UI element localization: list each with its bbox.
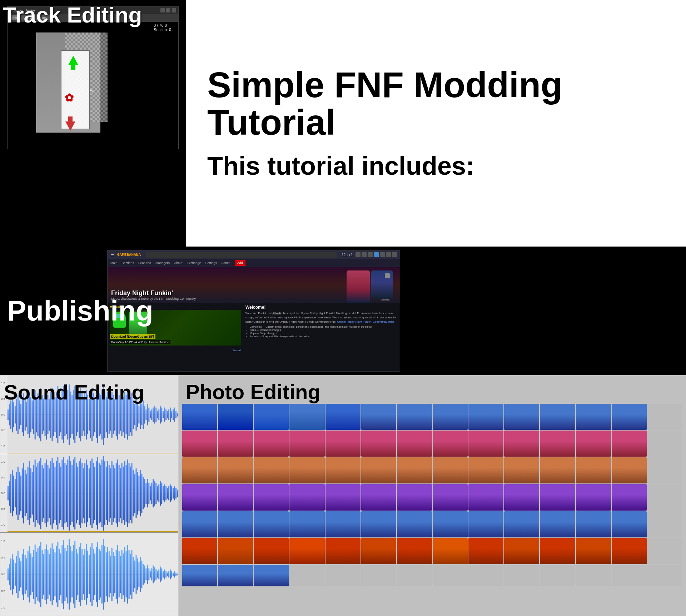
svg-rect-269: [38, 548, 39, 601]
minimize-btn[interactable]: _: [160, 8, 165, 13]
svg-rect-229: [155, 483, 156, 504]
waveform-track-2: 1,0 0,5 0,0 0,5 1,0: [0, 454, 178, 533]
gb-char-gf: [347, 270, 370, 303]
svg-rect-341: [140, 557, 141, 592]
waveform-bg-2: 1,0 0,5 0,0 0,5 1,0: [0, 454, 178, 532]
track-editing-panel: friday night funkin' _ □ × Info Outline …: [0, 0, 186, 247]
svg-rect-175: [79, 461, 80, 525]
gb-nav-featured-link[interactable]: Featured: [138, 261, 151, 265]
svg-rect-163: [61, 459, 63, 527]
gb-games-label: Games: [381, 298, 390, 301]
svg-rect-347: [148, 568, 149, 581]
svg-rect-102: [150, 411, 151, 418]
svg-rect-273: [43, 554, 44, 595]
svg-rect-335: [131, 550, 133, 599]
gb-nav-managers-link[interactable]: Managers: [155, 261, 170, 265]
gb-nav-main-link[interactable]: Main: [110, 261, 118, 265]
svg-rect-131: [16, 472, 17, 515]
publishing-label: Publishing: [7, 294, 153, 327]
svg-rect-214: [134, 474, 135, 513]
svg-rect-140: [29, 461, 30, 525]
gb-see-all[interactable]: See all: [233, 349, 241, 352]
gb-nav-admin-link[interactable]: Admin: [221, 261, 230, 265]
svg-rect-224: [148, 483, 149, 504]
gb-nav-exchange-link[interactable]: Exchange: [187, 261, 201, 265]
svg-rect-324: [116, 550, 117, 599]
sprite-dad-7: [397, 457, 432, 483]
tutorial-subtitle: This tutorial includes:: [207, 152, 665, 180]
svg-rect-235: [164, 485, 165, 502]
gb-nav-settings-link[interactable]: Settings: [205, 261, 217, 265]
bottom-section: 1,0 0,5 0,0 0,5 1,0: [0, 375, 686, 616]
svg-rect-104: [153, 408, 154, 422]
browser-btn-3[interactable]: [368, 252, 373, 257]
svg-rect-268: [36, 552, 37, 597]
svg-rect-137: [25, 470, 26, 516]
svg-rect-251: [12, 554, 13, 595]
browser-buttons: [356, 252, 397, 257]
sprite-row5-10: [504, 511, 539, 537]
svg-rect-230: [157, 486, 158, 501]
maximize-btn[interactable]: □: [166, 8, 170, 13]
svg-rect-204: [120, 468, 121, 518]
svg-rect-219: [141, 474, 142, 513]
close-btn[interactable]: ×: [172, 8, 176, 13]
svg-rect-144: [35, 459, 36, 527]
browser-btn-6[interactable]: [392, 252, 397, 257]
svg-rect-95: [140, 401, 141, 429]
svg-rect-155: [50, 461, 51, 525]
sprite-gf-3: [254, 431, 289, 457]
svg-rect-141: [30, 468, 31, 518]
gb-welcome-text: Welcome Funk-Heads, to the best spot for…: [245, 311, 398, 324]
sprite-row5-11: [540, 511, 575, 537]
sprite-row6-5: [325, 538, 361, 564]
svg-rect-103: [151, 409, 152, 420]
svg-rect-172: [74, 457, 75, 530]
svg-rect-133: [19, 472, 20, 515]
svg-rect-186: [94, 467, 95, 520]
sprite-gf-6: [361, 431, 396, 457]
svg-rect-349: [151, 568, 152, 581]
browser-btn-5[interactable]: [386, 252, 391, 257]
svg-rect-332: [127, 545, 128, 603]
waveform-container: 1,0 0,5 0,0 0,5 1,0: [0, 376, 178, 616]
svg-rect-111: [163, 411, 164, 418]
gb-nav-about-link[interactable]: About: [174, 261, 183, 265]
svg-rect-93: [137, 402, 138, 427]
gb-menu-icon: ☰: [110, 252, 114, 257]
browser-btn-4[interactable]: [380, 252, 385, 257]
gb-add-button[interactable]: Add: [235, 260, 245, 266]
svg-rect-191: [101, 459, 103, 527]
browser-btn-1[interactable]: [356, 252, 361, 257]
svg-rect-279: [51, 543, 53, 605]
sprite-dad-3: [254, 457, 289, 483]
svg-rect-165: [64, 463, 65, 523]
gb-nav-sections-link[interactable]: Sections: [122, 261, 134, 265]
svg-rect-344: [144, 566, 145, 583]
svg-rect-167: [67, 459, 68, 527]
gb-welcome-link[interactable]: Official Friday Night Funkin' Community …: [337, 320, 394, 323]
svg-rect-294: [73, 545, 74, 603]
svg-rect-115: [168, 409, 169, 420]
browser-btn-highlighted[interactable]: [374, 252, 379, 257]
svg-rect-106: [155, 408, 156, 422]
svg-rect-284: [59, 549, 60, 600]
svg-rect-305: [89, 555, 90, 594]
svg-rect-97: [143, 401, 144, 429]
sprite-row6-1: [182, 538, 217, 564]
svg-rect-130: [15, 479, 16, 508]
svg-rect-297: [77, 553, 78, 595]
sprite-bf-8: [433, 404, 468, 430]
browser-btn-2[interactable]: [362, 252, 367, 257]
svg-rect-355: [160, 567, 161, 582]
sprite-pixel-6: [361, 484, 396, 510]
address-bar[interactable]: [146, 252, 337, 258]
sprite-empty-5: [647, 511, 682, 537]
svg-rect-365: [174, 571, 175, 578]
svg-rect-334: [130, 554, 131, 595]
svg-rect-267: [35, 545, 36, 604]
gb-see-all-container: See all: [110, 346, 241, 353]
gb-games-btn[interactable]: [385, 273, 390, 278]
sprite-pixel-12: [576, 484, 611, 510]
svg-rect-325: [117, 545, 118, 603]
